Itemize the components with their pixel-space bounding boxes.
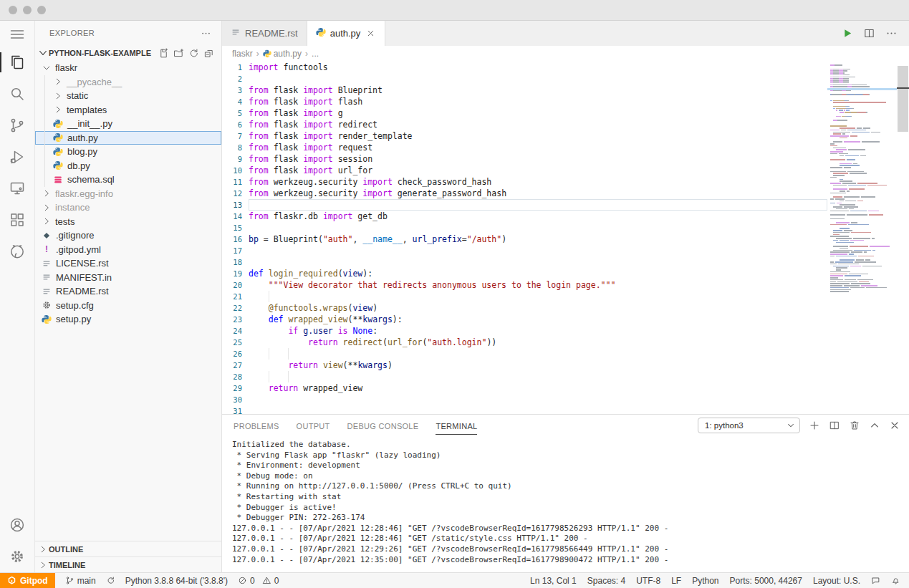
- tree-item-init-py[interactable]: __init__.py: [35, 117, 221, 131]
- tree-item-readme-rst[interactable]: README.rst: [35, 284, 221, 299]
- panel-tab-problems[interactable]: PROBLEMS: [234, 417, 279, 435]
- code-line-16[interactable]: 16bp = Blueprint("auth", __name__, url_p…: [222, 233, 827, 245]
- breadcrumb-item-flaskr[interactable]: flaskr: [232, 49, 253, 59]
- close-window-button[interactable]: [9, 6, 17, 14]
- code-line-14[interactable]: 14from flaskr.db import get_db: [222, 211, 827, 222]
- activity-github[interactable]: [0, 236, 34, 267]
- code-line-11[interactable]: 11from werkzeug.security import check_pa…: [222, 176, 827, 188]
- new-file-icon[interactable]: [158, 48, 169, 59]
- close-icon[interactable]: [889, 420, 900, 431]
- code-line-20[interactable]: 20 """View decorator that redirects anon…: [222, 279, 827, 291]
- code-line-24[interactable]: 24 if g.user is None:: [222, 325, 827, 337]
- code-line-27[interactable]: 27 return view(**kwargs): [222, 360, 827, 371]
- code-line-1[interactable]: 1import functools: [222, 62, 827, 73]
- tree-item-pycache[interactable]: __pycache__: [35, 75, 221, 90]
- terminal-select[interactable]: 1: python3: [698, 418, 800, 433]
- sidebar-more-actions-icon[interactable]: [201, 28, 211, 39]
- run-icon[interactable]: [841, 27, 853, 39]
- chevron-up-icon[interactable]: [869, 420, 880, 431]
- status-bell[interactable]: [891, 576, 900, 585]
- minimize-window-button[interactable]: [23, 6, 32, 14]
- tab-readme-rst[interactable]: README.rst: [222, 21, 307, 46]
- terminal-output[interactable]: Initialized the database. * Serving Flas…: [222, 436, 909, 572]
- tree-item-setup-cfg[interactable]: setup.cfg: [35, 299, 221, 313]
- code-line-29[interactable]: 29 return wrapped_view: [222, 382, 827, 394]
- activity-settings[interactable]: [0, 541, 34, 572]
- status-spaces-4[interactable]: Spaces: 4: [587, 576, 625, 586]
- code-line-21[interactable]: 21: [222, 291, 827, 302]
- code-line-23[interactable]: 23 def wrapped_view(**kwargs):: [222, 314, 827, 325]
- more-icon[interactable]: [885, 27, 898, 39]
- activity-source-control[interactable]: [0, 110, 34, 141]
- status-layout-u-s[interactable]: Layout: U.S.: [813, 576, 860, 586]
- activity-menu[interactable]: [0, 22, 34, 47]
- code-area[interactable]: 1import functools23from flask import Blu…: [222, 62, 827, 414]
- code-line-13[interactable]: 13: [222, 199, 827, 211]
- sidebar-panel-timeline[interactable]: TIMELINE: [35, 556, 221, 572]
- code-line-2[interactable]: 2: [222, 73, 827, 85]
- split-icon[interactable]: [829, 420, 840, 431]
- activity-account[interactable]: [0, 509, 34, 541]
- plus-icon[interactable]: [809, 420, 820, 431]
- tree-item-tests[interactable]: tests: [35, 215, 221, 229]
- tree-item-instance[interactable]: instance: [35, 201, 221, 215]
- status-utf-8[interactable]: UTF-8: [636, 576, 660, 586]
- code-line-7[interactable]: 7from flask import render_template: [222, 130, 827, 142]
- activity-search[interactable]: [0, 78, 34, 110]
- tree-item-blog-py[interactable]: blog.py: [35, 145, 221, 159]
- status-problems[interactable]: 00: [238, 576, 279, 586]
- tree-item-gitignore[interactable]: .gitignore: [35, 228, 221, 243]
- tree-item-schema-sql[interactable]: schema.sql: [35, 173, 221, 187]
- code-line-17[interactable]: 17: [222, 245, 827, 256]
- editor-scrollbar[interactable]: [897, 62, 909, 414]
- code-line-4[interactable]: 4from flask import flash: [222, 96, 827, 107]
- refresh-icon[interactable]: [188, 48, 199, 59]
- tree-item-manifest-in[interactable]: MANIFEST.in: [35, 271, 221, 285]
- tab-auth-py[interactable]: auth.py: [307, 21, 386, 46]
- tree-item-templates[interactable]: templates: [35, 103, 221, 117]
- status-ln-13-col-1[interactable]: Ln 13, Col 1: [530, 576, 577, 586]
- code-line-25[interactable]: 25 return redirect(url_for("auth.login")…: [222, 337, 827, 348]
- scrollbar-thumb[interactable]: [898, 66, 908, 132]
- maximize-window-button[interactable]: [37, 6, 46, 14]
- tree-item-auth-py[interactable]: auth.py: [35, 131, 221, 145]
- code-line-31[interactable]: 31: [222, 405, 827, 414]
- panel-tab-terminal[interactable]: TERMINAL: [436, 417, 477, 435]
- breadcrumb-item-auth-py[interactable]: auth.py: [274, 49, 302, 59]
- collapse-all-icon[interactable]: [203, 48, 214, 59]
- status-lf[interactable]: LF: [671, 576, 681, 586]
- code-line-10[interactable]: 10from flask import url_for: [222, 165, 827, 176]
- status-python-3-8-8-64-bit-3-8-8[interactable]: Python 3.8.8 64-bit ('3.8.8'): [125, 576, 228, 586]
- breadcrumb[interactable]: flaskr›auth.py›...: [222, 46, 909, 62]
- code-line-6[interactable]: 6from flask import redirect: [222, 119, 827, 130]
- activity-run-debug[interactable]: [0, 141, 34, 173]
- activity-extensions[interactable]: [0, 204, 34, 236]
- tree-item-flaskr-egg-info[interactable]: flaskr.egg-info: [35, 187, 221, 201]
- tree-item-license-rst[interactable]: LICENSE.rst: [35, 256, 221, 271]
- activity-explorer[interactable]: [0, 47, 34, 78]
- panel-tab-debug-console[interactable]: DEBUG CONSOLE: [347, 417, 419, 435]
- sidebar-panel-outline[interactable]: OUTLINE: [35, 541, 221, 556]
- status-main[interactable]: main: [65, 576, 96, 586]
- code-line-15[interactable]: 15: [222, 222, 827, 233]
- status-ports-5000-44267[interactable]: Ports: 5000, 44267: [730, 576, 802, 586]
- new-folder-icon[interactable]: [173, 48, 184, 59]
- code-line-9[interactable]: 9from flask import session: [222, 153, 827, 165]
- code-line-26[interactable]: 26: [222, 348, 827, 360]
- code-line-22[interactable]: 22 @functools.wraps(view): [222, 302, 827, 314]
- code-line-12[interactable]: 12from werkzeug.security import generate…: [222, 188, 827, 199]
- gitpod-badge[interactable]: Gitpod: [0, 573, 55, 588]
- split-icon[interactable]: [863, 27, 875, 39]
- code-editor[interactable]: 1import functools23from flask import Blu…: [222, 62, 909, 414]
- code-line-3[interactable]: 3from flask import Blueprint: [222, 85, 827, 96]
- trash-icon[interactable]: [849, 420, 860, 431]
- breadcrumb-item-[interactable]: ...: [312, 49, 319, 59]
- panel-tab-output[interactable]: OUTPUT: [297, 417, 330, 435]
- tree-item-gitpod-yml[interactable]: !.gitpod.yml: [35, 243, 221, 257]
- status-feedback[interactable]: [871, 576, 880, 585]
- status-python[interactable]: Python: [692, 576, 718, 586]
- code-line-19[interactable]: 19def login_required(view):: [222, 268, 827, 279]
- minimap[interactable]: [827, 62, 897, 414]
- tree-item-flaskr[interactable]: flaskr: [35, 61, 221, 75]
- code-line-5[interactable]: 5from flask import g: [222, 107, 827, 119]
